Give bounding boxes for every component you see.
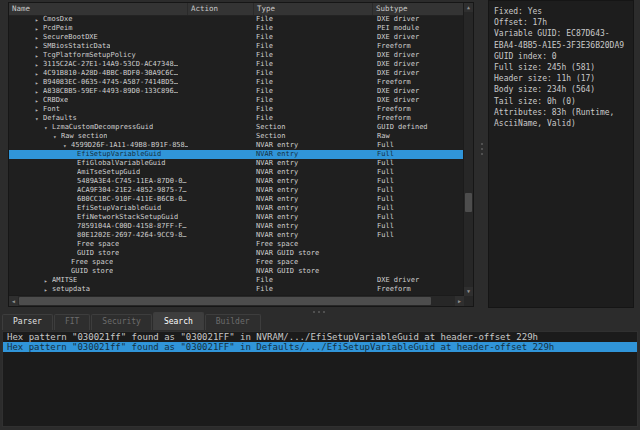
tree-item-label: GUID store [77,249,119,258]
scroll-down-icon[interactable]: ▼ [464,287,473,296]
tree-row-name-cell: EfiSetupVariableGuid [9,150,188,159]
tree-row-name-cell: ▾LzmaCustomDecompressGuid [9,123,188,132]
tree-row-subtype-cell: Full [373,213,464,222]
tree-row[interactable]: ▸A838CBB5-59EF-4493-89D0-133C896…FileDXE… [9,87,464,96]
tree-row[interactable]: ACA9F304-21E2-4852-9875-7…NVAR entryFull [9,186,464,195]
tree-row[interactable]: ▸3115C2AC-27E1-14A9-53CD-AC47348…FileDXE… [9,60,464,69]
search-results-list: Hex pattern "030021ff" found as "030021F… [2,331,638,427]
tree-row[interactable]: ▸SecureBootDXEFileDXE driver [9,33,464,42]
tree-row[interactable]: ▸FontFileFreeform [9,105,464,114]
tree-row[interactable]: ▾4599D26F-1A11-49B8-B91F-858…NVAR entryF… [9,141,464,150]
search-result-row[interactable]: Hex pattern "030021ff" found as "030021F… [3,342,637,352]
tree-row[interactable]: GUID storeNVAR GUID store [9,267,464,276]
tree-row-subtype-cell: DXE driver [373,96,464,105]
tree-row[interactable]: EfiNetworkStackSetupGuidNVAR entryFull [9,213,464,222]
vertical-splitter-handle[interactable] [479,143,484,155]
tree-row[interactable]: 80E1202E-2697-4264-9CC9-8…NVAR entryFull [9,231,464,240]
tree-row[interactable]: ▸CmosDxeFileDXE driver [9,15,464,24]
horizontal-splitter-handle[interactable] [313,309,325,314]
scroll-right-icon[interactable]: ▶ [455,296,464,306]
tree-row[interactable]: ▸AMITSEFileDXE driver [9,276,464,285]
expand-arrow-icon[interactable]: ▸ [35,105,43,114]
vertical-scroll-thumb[interactable] [465,193,472,212]
tree-row-subtype-cell: Raw [373,132,464,141]
expand-arrow-icon[interactable]: ▸ [35,42,43,51]
tree-row[interactable]: ▾DefaultsFileFreeform [9,114,464,123]
tree-row-type-cell: NVAR entry [254,159,373,168]
tree-row-type-cell: Free space [254,240,373,249]
collapse-arrow-icon[interactable]: ▾ [44,123,52,132]
tree-row-name-cell: ACA9F304-21E2-4852-9875-7… [9,186,188,195]
scroll-up-icon[interactable]: ▲ [464,3,473,12]
tree-row-subtype-cell: DXE driver [373,276,464,285]
tree-row[interactable]: EfiSetupVariableGuidNVAR entryFull [9,204,464,213]
expand-arrow-icon[interactable]: ▸ [44,276,52,285]
tree-row[interactable]: ▸4C91B810-A28D-4BBC-BDF0-30A9C6C…FileDXE… [9,69,464,78]
collapse-arrow-icon[interactable]: ▾ [63,141,71,150]
tree-item-label: 7859104A-C00D-4158-87FF-F… [77,222,187,231]
tree-item-label: CRBDxe [43,96,68,105]
tree-row[interactable]: ▸CRBDxeFileDXE driver [9,96,464,105]
tree-item-label: B94083EC-0635-4745-A587-7414BD5… [43,78,178,87]
expand-arrow-icon[interactable]: ▸ [35,69,43,78]
tree-row-name-cell: EfiSetupVariableGuid [9,204,188,213]
tree-row-subtype-cell: DXE driver [373,69,464,78]
expand-arrow-icon[interactable]: ▸ [35,15,43,24]
tree-row[interactable]: ▸B94083EC-0635-4745-A587-7414BD5…FileFre… [9,78,464,87]
expand-arrow-icon[interactable]: ▸ [44,285,52,294]
horizontal-scroll-thumb[interactable] [19,297,431,305]
column-header-type[interactable]: Type [254,3,373,15]
column-header-subtype[interactable]: Subtype [373,3,464,15]
no-arrow-spacer [69,186,77,195]
tree-row[interactable]: ▸setupdataFileFreeform [9,285,464,294]
tab-parser[interactable]: Parser [2,314,53,330]
tree-row[interactable]: ▾LzmaCustomDecompressGuidSectionGUID def… [9,123,464,132]
tree-row[interactable]: 7859104A-C00D-4158-87FF-F…NVAR entryFull [9,222,464,231]
tree-row[interactable]: ▸PcdPeimFilePEI module [9,24,464,33]
tree-row-name-cell: EfiNetworkStackSetupGuid [9,213,188,222]
tree-row-name-cell: AmiTseSetupGuid [9,168,188,177]
tree-item-label: A838CBB5-59EF-4493-89D0-133C896… [43,87,178,96]
tree-row[interactable]: 5489A3E4-C745-11EA-87D0-0…NVAR entryFull [9,177,464,186]
tree-row[interactable]: Free spaceFree space [9,240,464,249]
expand-arrow-icon[interactable]: ▸ [35,60,43,69]
tree-row-name-cell: ▸setupdata [9,285,188,294]
tree-row-subtype-cell [373,267,464,276]
search-result-row[interactable]: Hex pattern "030021ff" found as "030021F… [3,332,637,342]
tree-row-action-cell [188,60,254,69]
column-header-name[interactable]: Name [9,3,188,15]
tree-item-label: TcgPlatformSetupPolicy [43,51,136,60]
tab-search[interactable]: Search [153,312,204,330]
tree-row[interactable]: EfiGlobalVariableGuidNVAR entryFull [9,159,464,168]
tree-row[interactable]: EfiSetupVariableGuidNVAR entryFull [9,150,464,159]
tree-row[interactable]: ▸SMBiosStaticDataFileFreeform [9,42,464,51]
tree-row-name-cell: ▸A838CBB5-59EF-4493-89D0-133C896… [9,87,188,96]
expand-arrow-icon[interactable]: ▸ [35,87,43,96]
collapse-arrow-icon[interactable]: ▾ [35,114,43,123]
tree-horizontal-scrollbar[interactable]: ◀ ▶ [9,295,464,306]
tree-row[interactable]: Free spaceFree space [9,258,464,267]
tree-row-subtype-cell: Full [373,177,464,186]
expand-arrow-icon[interactable]: ▸ [35,78,43,87]
tree-row-type-cell: File [254,96,373,105]
tree-vertical-scrollbar[interactable]: ▲ ▼ [463,3,473,296]
tree-row-type-cell: NVAR entry [254,141,373,150]
expand-arrow-icon[interactable]: ▸ [35,33,43,42]
column-header-action[interactable]: Action [188,3,254,15]
tree-row[interactable]: ▾Raw sectionSectionRaw [9,132,464,141]
tree-row[interactable]: GUID storeNVAR GUID store [9,249,464,258]
tree-row-subtype-cell: Freeform [373,42,464,51]
expand-arrow-icon[interactable]: ▸ [35,51,43,60]
tree-row-name-cell: GUID store [9,267,188,276]
expand-arrow-icon[interactable]: ▸ [35,96,43,105]
tree-row[interactable]: AmiTseSetupGuidNVAR entryFull [9,168,464,177]
tree-row[interactable]: 6B0CC1BC-910F-411E-B6CB-0…NVAR entryFull [9,195,464,204]
scroll-left-icon[interactable]: ◀ [9,296,18,306]
tree-row-name-cell: ▾Defaults [9,114,188,123]
no-arrow-spacer [69,159,77,168]
tree-row-action-cell [188,24,254,33]
tree-row-type-cell: NVAR entry [254,168,373,177]
expand-arrow-icon[interactable]: ▸ [35,24,43,33]
tree-row[interactable]: ▸TcgPlatformSetupPolicyFileDXE driver [9,51,464,60]
collapse-arrow-icon[interactable]: ▾ [53,132,61,141]
